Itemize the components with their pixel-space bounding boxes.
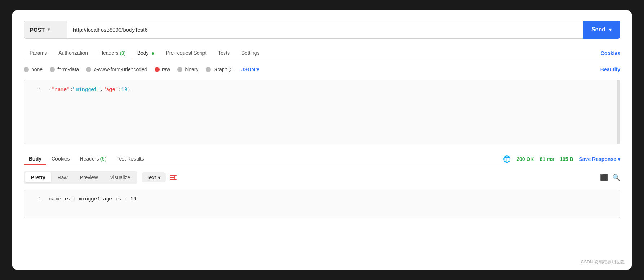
- response-tab-testresults[interactable]: Test Results: [112, 153, 149, 165]
- view-pretty[interactable]: Pretty: [25, 172, 51, 182]
- radio-raw-icon: [155, 67, 160, 72]
- response-tab-body[interactable]: Body: [24, 153, 46, 165]
- cookies-link[interactable]: Cookies: [601, 50, 620, 56]
- request-tabs-row: Params Authorization Headers (8) Body Pr…: [24, 47, 620, 59]
- globe-icon: 🌐: [503, 155, 511, 163]
- headers-badge: (8): [120, 50, 126, 56]
- option-graphql[interactable]: GraphQL: [206, 67, 234, 72]
- json-colon-1: :: [70, 87, 73, 92]
- tab-body[interactable]: Body: [131, 47, 160, 59]
- json-val-name: "mingge1": [73, 87, 100, 92]
- response-line-1: 1 name is : mingge1 age is : 19: [30, 195, 614, 204]
- option-none[interactable]: none: [24, 67, 43, 72]
- wrap-button[interactable]: [169, 174, 177, 181]
- tab-tests[interactable]: Tests: [212, 47, 236, 59]
- main-container: POST ▾ Send ▾ Params Authorization Heade…: [12, 10, 632, 270]
- code-content-1: {"name":"mingge1","age":19}: [49, 86, 614, 94]
- wrap-icon: [169, 174, 177, 181]
- option-binary[interactable]: binary: [177, 67, 198, 72]
- response-tabs-row: Body Cookies Headers (5) Test Results 🌐 …: [24, 153, 620, 165]
- text-format-select[interactable]: Text ▾: [142, 172, 166, 182]
- brace-close: }: [128, 87, 130, 92]
- copy-icon[interactable]: ⬛: [600, 173, 608, 181]
- watermark: CSDN @编程界明世隐: [581, 259, 625, 265]
- json-val-age: 19: [121, 87, 128, 92]
- save-response-button[interactable]: Save Response ▾: [579, 156, 621, 162]
- json-key-age: "age": [103, 87, 118, 92]
- code-editor[interactable]: 1 {"name":"mingge1","age":19}: [24, 80, 620, 144]
- scrollbar[interactable]: [617, 80, 620, 144]
- body-dot-icon: [152, 52, 154, 55]
- response-content-1: name is : mingge1 age is : 19: [49, 195, 614, 204]
- option-formdata[interactable]: form-data: [50, 67, 79, 72]
- option-urlencoded[interactable]: x-www-form-urlencoded: [86, 67, 147, 72]
- tab-headers[interactable]: Headers (8): [94, 47, 131, 59]
- code-line-1: 1 {"name":"mingge1","age":19}: [24, 86, 620, 94]
- send-label: Send: [591, 26, 605, 33]
- tab-params[interactable]: Params: [24, 47, 53, 59]
- status-ok-label: 200 OK: [516, 156, 534, 162]
- response-line-number-1: 1: [30, 195, 41, 204]
- json-comma: ,: [100, 87, 103, 92]
- view-options-group: Pretty Raw Preview Visualize: [24, 171, 137, 184]
- status-time-label: 81 ms: [540, 156, 554, 162]
- method-label: POST: [30, 27, 45, 33]
- json-key-name: "name": [52, 87, 70, 92]
- radio-binary-icon: [177, 67, 182, 72]
- url-input[interactable]: [67, 21, 583, 39]
- response-status-area: 🌐 200 OK 81 ms 195 B Save Response ▾: [503, 155, 620, 163]
- radio-urlencoded-icon: [86, 67, 91, 72]
- send-button[interactable]: Send ▾: [583, 21, 620, 39]
- beautify-button[interactable]: Beautify: [600, 67, 620, 72]
- tab-prerequest[interactable]: Pre-request Script: [160, 47, 212, 59]
- radio-graphql-icon: [206, 67, 211, 72]
- tab-settings[interactable]: Settings: [236, 47, 265, 59]
- send-chevron-icon: ▾: [609, 27, 612, 32]
- view-options-row: Pretty Raw Preview Visualize Text ▾: [24, 171, 620, 184]
- response-headers-badge: (5): [100, 156, 106, 162]
- json-colon-2: :: [118, 87, 121, 92]
- option-raw[interactable]: raw: [155, 67, 170, 72]
- radio-formdata-icon: [50, 67, 55, 72]
- body-options-row: none form-data x-www-form-urlencoded raw…: [24, 67, 620, 72]
- text-chevron-icon: ▾: [158, 175, 161, 180]
- response-icon-group: ⬛ 🔍: [600, 173, 620, 181]
- view-visualize[interactable]: Visualize: [104, 172, 136, 182]
- method-select[interactable]: POST ▾: [24, 21, 67, 39]
- save-response-chevron-icon: ▾: [618, 156, 620, 162]
- status-size-label: 195 B: [560, 156, 573, 162]
- method-chevron-icon: ▾: [48, 27, 50, 32]
- response-tab-cookies[interactable]: Cookies: [46, 153, 75, 165]
- view-raw[interactable]: Raw: [52, 172, 73, 182]
- url-bar: POST ▾ Send ▾: [24, 21, 620, 39]
- response-output: 1 name is : mingge1 age is : 19: [24, 190, 620, 218]
- json-chevron-icon: ▾: [256, 67, 259, 72]
- line-number-1: 1: [30, 86, 41, 94]
- search-icon[interactable]: 🔍: [612, 173, 620, 181]
- tab-authorization[interactable]: Authorization: [53, 47, 94, 59]
- view-preview[interactable]: Preview: [74, 172, 104, 182]
- radio-none-icon: [24, 67, 29, 72]
- json-format-select[interactable]: JSON ▾: [241, 67, 259, 72]
- response-tab-headers[interactable]: Headers (5): [75, 153, 112, 165]
